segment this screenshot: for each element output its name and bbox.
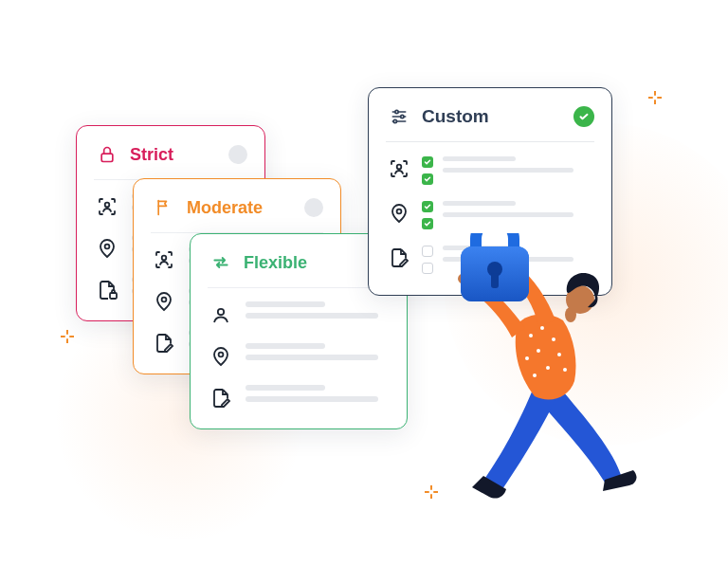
option-row [386, 155, 594, 185]
radio-unselected[interactable] [228, 145, 247, 164]
sliders-icon [386, 103, 412, 130]
option-row [208, 301, 390, 328]
svg-point-13 [105, 203, 110, 208]
svg-point-33 [557, 353, 561, 356]
card-title: Flexible [244, 253, 361, 273]
svg-rect-12 [101, 154, 113, 161]
svg-point-26 [393, 119, 396, 122]
svg-rect-45 [491, 273, 499, 288]
location-pin-icon [94, 235, 120, 262]
checkbox-on[interactable] [422, 173, 433, 185]
svg-point-17 [162, 256, 167, 261]
card-title: Strict [130, 145, 219, 165]
card-title: Moderate [187, 198, 295, 218]
illustration-person-lock [444, 233, 662, 508]
location-pin-icon [208, 343, 234, 370]
document-edit-icon [386, 245, 412, 271]
option-row [208, 343, 390, 370]
svg-rect-15 [110, 293, 117, 299]
checkbox-on[interactable] [422, 218, 433, 229]
sparkle-icon [648, 91, 662, 104]
location-pin-icon [151, 288, 177, 315]
checkbox-off[interactable] [422, 246, 433, 257]
option-row [386, 200, 594, 229]
face-scan-icon [94, 193, 120, 220]
svg-point-19 [218, 309, 224, 315]
svg-point-24 [401, 115, 404, 118]
svg-point-31 [552, 337, 555, 341]
radio-unselected[interactable] [304, 198, 323, 217]
face-scan-icon [386, 155, 412, 182]
swap-icon [208, 249, 234, 276]
document-lock-icon [94, 277, 120, 303]
user-icon [208, 301, 234, 328]
svg-point-29 [529, 334, 533, 337]
svg-point-18 [162, 298, 167, 302]
location-pin-icon [386, 200, 412, 227]
face-scan-icon [151, 246, 177, 273]
svg-point-27 [397, 165, 402, 170]
card-title: Custom [422, 106, 564, 127]
sparkle-icon [425, 485, 438, 499]
svg-point-36 [563, 368, 567, 372]
checkbox-on[interactable] [422, 201, 433, 212]
checkbox-off[interactable] [422, 263, 433, 274]
svg-point-14 [105, 245, 110, 249]
checkbox-on[interactable] [422, 156, 433, 168]
svg-point-35 [546, 366, 550, 370]
document-edit-icon [151, 330, 177, 356]
option-row [208, 385, 390, 411]
sparkle-icon [61, 330, 74, 343]
flag-icon [151, 194, 177, 221]
svg-point-32 [537, 349, 540, 353]
svg-point-30 [540, 326, 544, 330]
svg-point-20 [219, 353, 224, 357]
svg-point-37 [533, 374, 537, 377]
svg-point-22 [395, 110, 398, 113]
document-edit-icon [208, 385, 234, 411]
svg-point-28 [397, 210, 402, 214]
radio-selected[interactable] [573, 106, 594, 127]
lock-icon [94, 141, 120, 168]
svg-point-34 [525, 356, 529, 360]
